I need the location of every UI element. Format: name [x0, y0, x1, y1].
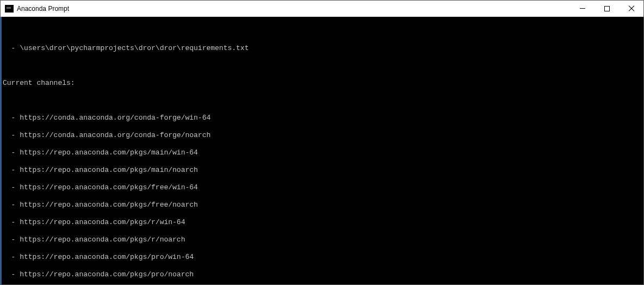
channel-line: - https://repo.anaconda.com/pkgs/pro/noa… [3, 270, 643, 279]
channel-line: - https://repo.anaconda.com/pkgs/r/win-6… [3, 218, 643, 227]
maximize-icon [604, 6, 610, 11]
channel-line: - https://repo.anaconda.com/pkgs/free/no… [3, 201, 643, 209]
terminal-output[interactable]: - \users\dror\pycharmprojects\dror\dror\… [1, 17, 643, 284]
close-icon [628, 5, 635, 12]
channel-line: - https://conda.anaconda.org/conda-forge… [3, 114, 643, 122]
channel-line: - https://repo.anaconda.com/pkgs/r/noarc… [3, 236, 643, 244]
titlebar[interactable]: Anaconda Prompt [1, 1, 643, 17]
channel-line: - https://repo.anaconda.com/pkgs/main/wi… [3, 148, 643, 157]
maximize-button[interactable] [595, 1, 619, 16]
channel-line: - https://repo.anaconda.com/pkgs/main/no… [3, 166, 643, 175]
output-line: - \users\dror\pycharmprojects\dror\dror\… [3, 44, 643, 53]
window-controls [570, 1, 643, 16]
terminal-icon [5, 5, 14, 13]
output-line: Current channels: [3, 79, 643, 88]
channel-line: - https://conda.anaconda.org/conda-forge… [3, 131, 643, 140]
channel-line: - https://repo.anaconda.com/pkgs/pro/win… [3, 253, 643, 262]
minimize-button[interactable] [570, 1, 595, 16]
window-title: Anaconda Prompt [17, 5, 570, 13]
window-frame: Anaconda Prompt - \users\dror\pycharmpro… [0, 0, 644, 285]
close-button[interactable] [619, 1, 643, 16]
channel-line: - https://repo.anaconda.com/pkgs/free/wi… [3, 183, 643, 192]
minimize-icon [580, 8, 585, 9]
